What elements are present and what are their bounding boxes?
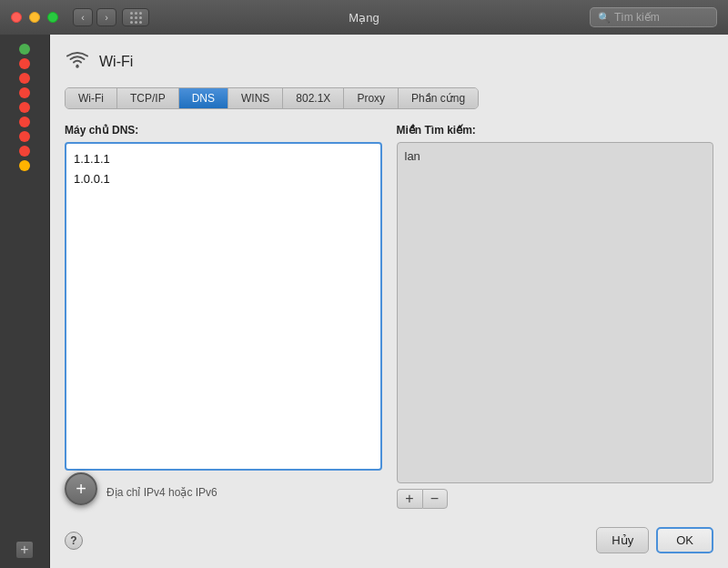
- ok-button[interactable]: OK: [656, 527, 713, 553]
- search-add-remove-group: + −: [397, 489, 448, 509]
- tab-dns[interactable]: DNS: [179, 88, 228, 108]
- window-title: Mạng: [349, 11, 379, 25]
- minimize-button[interactable]: [29, 12, 40, 23]
- sidebar-dot-green[interactable]: [19, 44, 30, 55]
- plus-icon: +: [76, 480, 86, 498]
- forward-button[interactable]: ›: [96, 8, 116, 26]
- search-section-label: Miền Tìm kiếm:: [397, 124, 714, 137]
- panel-header: Wi-Fi: [65, 49, 713, 75]
- sidebar-dot-yellow[interactable]: [19, 160, 30, 171]
- tab-proxy[interactable]: Proxy: [344, 88, 399, 108]
- dns-add-circle-button[interactable]: +: [65, 472, 97, 505]
- tab-tcpip[interactable]: TCP/IP: [117, 88, 179, 108]
- search-section: Miền Tìm kiếm: lan + −: [397, 124, 714, 509]
- dns-section: Máy chủ DNS: 1.1.1.1 1.0.0.1 + Địa chỉ I…: [65, 124, 382, 509]
- cancel-button[interactable]: Hủy: [596, 527, 649, 553]
- dns-entry-2[interactable]: 1.0.0.1: [72, 169, 375, 189]
- content-panel: Wi-Fi Wi-Fi TCP/IP DNS WINS 802.1X Proxy…: [50, 35, 728, 568]
- tab-wins[interactable]: WINS: [228, 88, 283, 108]
- sidebar-dot-red-6[interactable]: [19, 131, 30, 142]
- ip-hint: Địa chỉ IPv4 hoặc IPv6: [106, 486, 217, 499]
- dns-entry-1[interactable]: 1.1.1.1: [72, 149, 375, 169]
- tab-wifi[interactable]: Wi-Fi: [66, 88, 117, 108]
- close-button[interactable]: [11, 12, 22, 23]
- search-remove-button[interactable]: −: [422, 489, 448, 509]
- search-bottom-controls: + −: [397, 489, 448, 509]
- dns-section-label: Máy chủ DNS:: [65, 124, 382, 137]
- main-area: + Wi-Fi Wi-Fi TCP/IP DNS WINS 802.1X: [0, 35, 728, 568]
- grid-button[interactable]: [122, 8, 149, 26]
- traffic-lights: [11, 12, 58, 23]
- tabs-container: Wi-Fi TCP/IP DNS WINS 802.1X Proxy Phần …: [65, 87, 479, 109]
- search-list[interactable]: lan: [397, 142, 714, 483]
- help-button[interactable]: ?: [65, 532, 83, 550]
- sidebar: +: [0, 35, 50, 568]
- search-add-button[interactable]: +: [397, 489, 422, 509]
- sidebar-dot-red-3[interactable]: [19, 87, 30, 98]
- search-bar[interactable]: 🔍 Tìm kiếm: [590, 7, 717, 27]
- search-entry-1[interactable]: lan: [403, 148, 708, 164]
- panel-body: Máy chủ DNS: 1.1.1.1 1.0.0.1 + Địa chỉ I…: [65, 124, 713, 509]
- sidebar-dot-red-2[interactable]: [19, 73, 30, 84]
- search-icon: 🔍: [598, 12, 611, 24]
- maximize-button[interactable]: [47, 12, 58, 23]
- sidebar-add-button[interactable]: +: [15, 541, 34, 559]
- nav-buttons: ‹ ›: [73, 8, 116, 26]
- sidebar-dot-red-7[interactable]: [19, 146, 30, 157]
- tab-hardware[interactable]: Phần cứng: [399, 88, 478, 108]
- sidebar-dot-red-5[interactable]: [19, 117, 30, 127]
- panel-footer: ? Hủy OK: [65, 520, 713, 553]
- footer-buttons: Hủy OK: [596, 527, 713, 553]
- dns-bottom-controls: + Địa chỉ IPv4 hoặc IPv6: [65, 476, 382, 509]
- sidebar-dot-red-4[interactable]: [19, 102, 30, 113]
- back-button[interactable]: ‹: [73, 8, 93, 26]
- tab-8021x[interactable]: 802.1X: [283, 88, 344, 108]
- svg-point-0: [76, 65, 79, 68]
- wifi-icon: [65, 49, 90, 75]
- title-bar: ‹ › Mạng 🔍 Tìm kiếm: [0, 0, 728, 35]
- sidebar-dot-red-1[interactable]: [19, 58, 30, 69]
- search-placeholder: Tìm kiếm: [614, 11, 660, 24]
- dns-list[interactable]: 1.1.1.1 1.0.0.1: [65, 142, 382, 471]
- panel-title: Wi-Fi: [99, 54, 133, 70]
